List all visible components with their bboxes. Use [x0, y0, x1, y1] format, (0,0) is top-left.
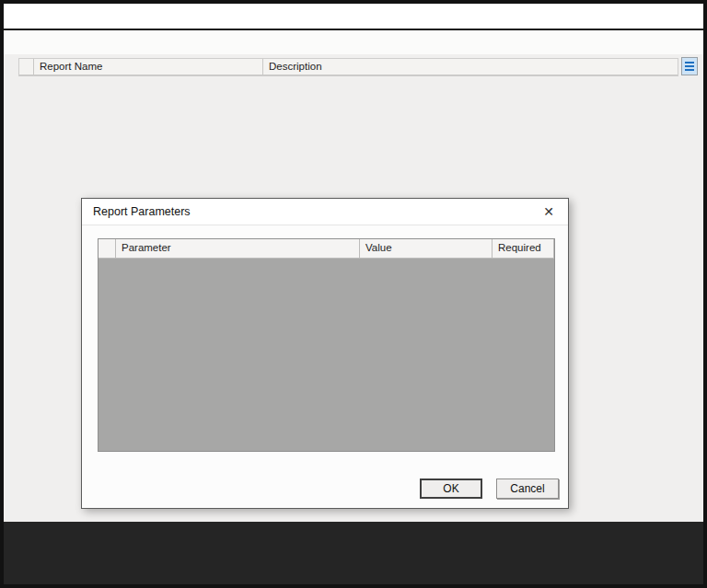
column-header-parameter[interactable]: Parameter — [116, 239, 360, 258]
column-header-required[interactable]: Required — [493, 239, 554, 258]
ok-button[interactable]: OK — [420, 478, 482, 499]
cancel-button[interactable]: Cancel — [496, 478, 559, 499]
column-header-value[interactable]: Value — [360, 239, 493, 258]
column-header-description[interactable]: Description — [263, 59, 678, 75]
menu-bar — [4, 4, 703, 30]
close-icon[interactable]: ✕ — [540, 205, 557, 218]
window-body: Report Name Description Report Parameter… — [4, 4, 703, 584]
row-selector-header-cell — [99, 239, 116, 258]
parameter-grid: Parameter Value Required — [98, 238, 555, 452]
dialog-title-bar[interactable]: Report Parameters ✕ — [82, 199, 568, 225]
reports-window: Report Name Description Report Parameter… — [0, 0, 707, 588]
function-key-bar — [4, 522, 703, 584]
tab-strip — [4, 30, 703, 54]
report-parameters-dialog: Report Parameters ✕ Parameter Value Requ… — [81, 198, 569, 509]
report-table: Report Name Description — [18, 58, 678, 76]
row-selector-header-cell — [19, 59, 34, 75]
column-header-report-name[interactable]: Report Name — [34, 59, 263, 75]
parameter-grid-header: Parameter Value Required — [99, 239, 554, 259]
hamburger-icon — [685, 62, 694, 63]
dialog-title: Report Parameters — [93, 205, 540, 218]
column-menu-button[interactable] — [681, 57, 698, 75]
report-table-header: Report Name Description — [19, 59, 678, 75]
